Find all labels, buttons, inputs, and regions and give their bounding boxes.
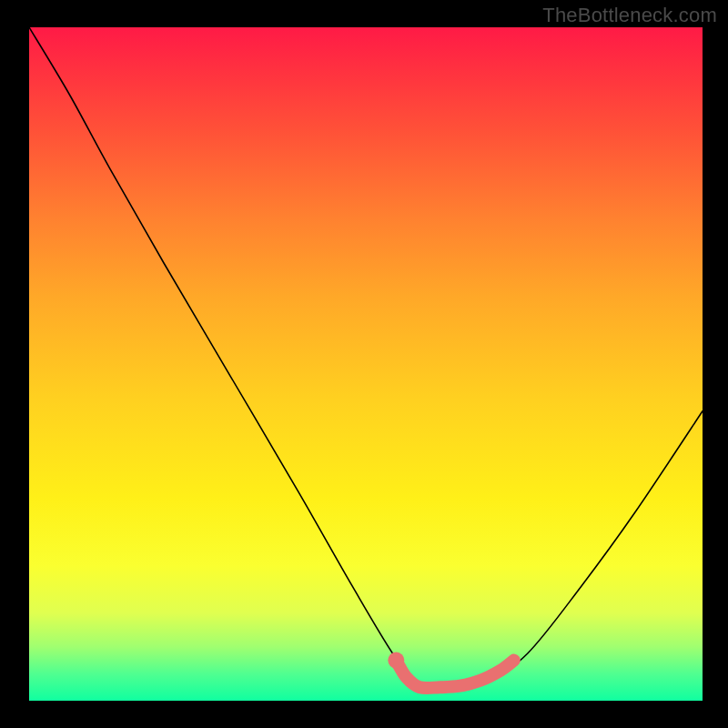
watermark-text: TheBottleneck.com [542,4,717,27]
curve-path [29,27,703,690]
chart-svg [29,27,703,701]
highlight-start-dot [388,652,404,669]
highlight-path [396,661,514,688]
chart-plot-area [29,27,703,701]
